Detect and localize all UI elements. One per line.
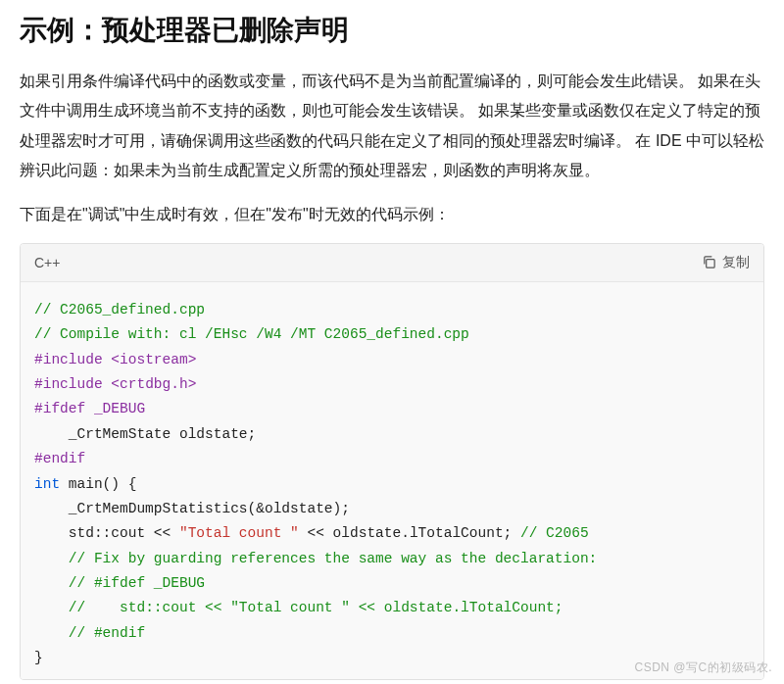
code-body: // C2065_defined.cpp // Compile with: cl… [21,282,763,679]
watermark: CSDN @写C的初级码农. [634,660,772,676]
section-title: 示例：预处理器已删除声明 [20,12,764,49]
copy-label: 复制 [722,254,750,271]
svg-rect-0 [707,260,714,268]
code-lang-label: C++ [34,255,60,270]
code-block: C++ 复制 // C2065_defined.cpp // Compile w… [20,243,764,680]
code-header: C++ 复制 [21,244,763,282]
copy-icon [702,255,716,269]
paragraph-2: 下面是在"调试"中生成时有效，但在"发布"时无效的代码示例： [20,200,764,229]
copy-button[interactable]: 复制 [702,254,750,271]
paragraph-1: 如果引用条件编译代码中的函数或变量，而该代码不是为当前配置编译的，则可能会发生此… [20,67,764,186]
